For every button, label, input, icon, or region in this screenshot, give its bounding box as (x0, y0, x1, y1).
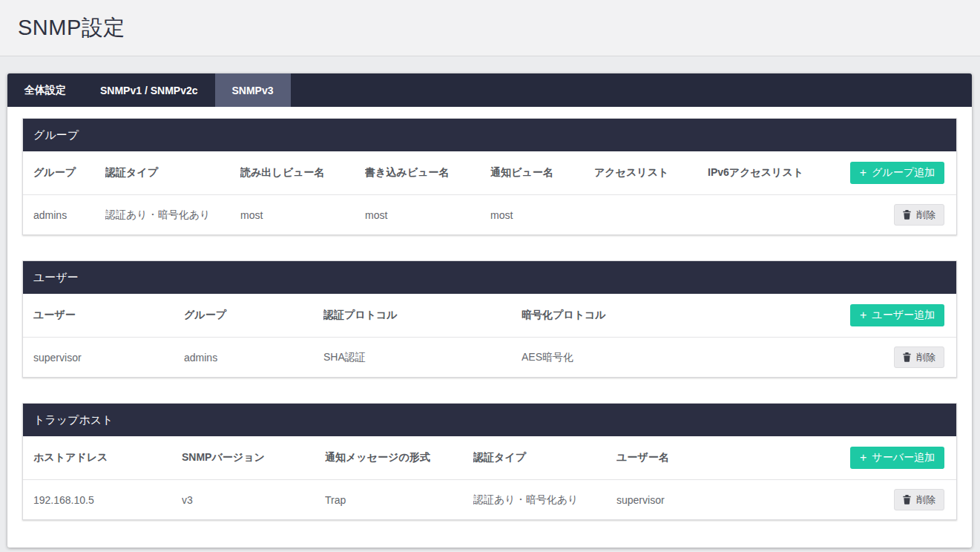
group-table-row: admins 認証あり・暗号化あり most most most 削除 (23, 194, 956, 234)
add-group-button-label: グループ追加 (872, 166, 935, 180)
trap-cell-auth-type: 認証あり・暗号化あり (473, 493, 616, 507)
user-cell-user: supervisor (33, 352, 184, 364)
trash-icon (903, 495, 911, 505)
trash-icon (903, 352, 911, 362)
group-cell-write-view: most (365, 209, 490, 221)
user-col-group: グループ (184, 309, 323, 322)
group-cell-notify-view: most (490, 209, 594, 221)
add-user-button[interactable]: + ユーザー追加 (850, 304, 944, 326)
trap-col-snmp-version: SNMPバージョン (182, 451, 325, 464)
group-col-access-list: アクセスリスト (594, 166, 708, 180)
group-panel-title: グループ (23, 119, 956, 151)
card-body: グループ グループ 認証タイプ 読み出しビュー名 書き込みビュー名 通知ビュー名… (7, 107, 972, 548)
trap-col-auth-type: 認証タイプ (473, 451, 616, 464)
trap-col-host-address: ホストアドレス (33, 451, 182, 464)
trap-col-message-format: 通知メッセージの形式 (325, 451, 473, 464)
tab-snmpv1-v2c[interactable]: SNMPv1 / SNMPv2c (83, 73, 215, 107)
group-table-header-row: グループ 認証タイプ 読み出しビュー名 書き込みビュー名 通知ビュー名 アクセス… (23, 151, 956, 194)
user-col-auth-protocol: 認証プロトコル (323, 309, 522, 322)
trap-table-header-row: ホストアドレス SNMPバージョン 通知メッセージの形式 認証タイプ ユーザー名… (23, 436, 956, 479)
plus-icon: + (860, 309, 866, 321)
user-cell-auth-protocol: SHA認証 (323, 351, 522, 364)
delete-group-button-label: 削除 (916, 208, 935, 222)
user-panel: ユーザー ユーザー グループ 認証プロトコル 暗号化プロトコル + ユーザー追加… (22, 260, 957, 378)
page-title: SNMP設定 (18, 13, 125, 43)
trap-cell-snmp-version: v3 (182, 494, 325, 506)
group-cell-auth-type: 認証あり・暗号化あり (105, 208, 240, 222)
add-user-button-label: ユーザー追加 (872, 309, 935, 322)
delete-group-button[interactable]: 削除 (894, 204, 944, 226)
tab-snmpv3[interactable]: SNMPv3 (215, 73, 291, 107)
trash-icon (903, 210, 911, 220)
plus-icon: + (860, 167, 866, 179)
user-cell-priv-protocol: AES暗号化 (522, 351, 894, 364)
trap-host-panel: トラップホスト ホストアドレス SNMPバージョン 通知メッセージの形式 認証タ… (22, 403, 957, 520)
trap-cell-message-format: Trap (325, 494, 473, 506)
delete-user-button-label: 削除 (916, 351, 935, 364)
group-col-auth-type: 認証タイプ (105, 166, 240, 180)
add-server-button-label: サーバー追加 (872, 451, 935, 464)
user-cell-group: admins (184, 352, 323, 364)
add-server-button[interactable]: + サーバー追加 (850, 447, 944, 469)
trap-host-panel-title: トラップホスト (23, 404, 956, 436)
user-panel-title: ユーザー (23, 261, 956, 294)
delete-user-button[interactable]: 削除 (894, 346, 944, 368)
add-group-button[interactable]: + グループ追加 (850, 162, 944, 184)
tab-general[interactable]: 全体設定 (7, 73, 83, 107)
trap-table-row: 192.168.10.5 v3 Trap 認証あり・暗号化あり supervis… (23, 479, 956, 519)
group-cell-group: admins (33, 209, 105, 221)
user-col-priv-protocol: 暗号化プロトコル (522, 309, 850, 322)
group-col-read-view: 読み出しビュー名 (240, 166, 365, 180)
group-col-group: グループ (33, 166, 105, 180)
snmp-settings-card: 全体設定 SNMPv1 / SNMPv2c SNMPv3 グループ グループ 認… (7, 73, 972, 548)
delete-server-button-label: 削除 (916, 493, 935, 507)
group-col-ipv6-access-list: IPv6アクセスリスト (708, 166, 850, 180)
delete-server-button[interactable]: 削除 (894, 489, 944, 510)
group-panel: グループ グループ 認証タイプ 読み出しビュー名 書き込みビュー名 通知ビュー名… (22, 118, 957, 235)
group-col-write-view: 書き込みビュー名 (365, 166, 490, 180)
group-col-notify-view: 通知ビュー名 (490, 166, 594, 180)
user-col-user: ユーザー (33, 309, 184, 322)
tab-bar: 全体設定 SNMPv1 / SNMPv2c SNMPv3 (7, 73, 972, 107)
trap-cell-user-name: supervisor (616, 494, 894, 506)
trap-cell-host-address: 192.168.10.5 (33, 494, 182, 506)
plus-icon: + (860, 452, 866, 464)
group-cell-read-view: most (240, 209, 365, 221)
user-table-header-row: ユーザー グループ 認証プロトコル 暗号化プロトコル + ユーザー追加 (23, 294, 956, 337)
user-table-row: supervisor admins SHA認証 AES暗号化 削除 (23, 337, 956, 377)
trap-col-user-name: ユーザー名 (616, 451, 850, 464)
page-header: SNMP設定 (0, 0, 980, 56)
